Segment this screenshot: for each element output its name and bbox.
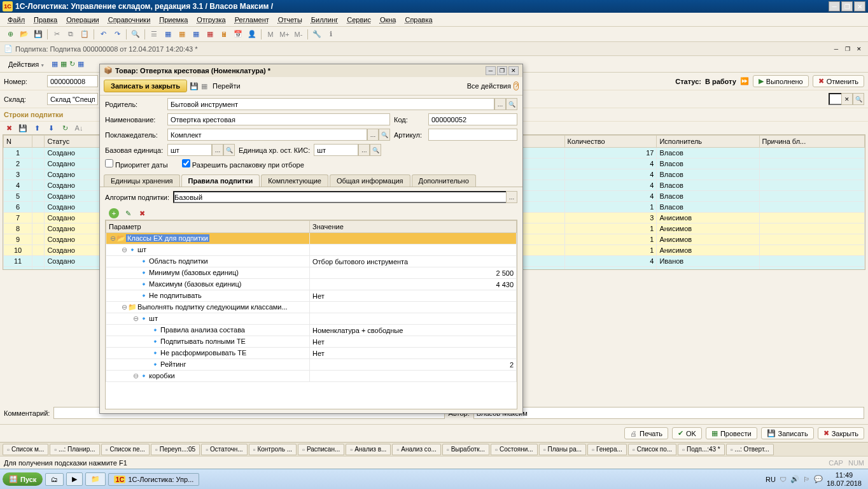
save-icon[interactable]: 💾 [32,28,45,41]
priority-checkbox[interactable]: Приоритет даты [105,159,168,169]
doc3-icon[interactable]: ▦ [190,28,202,41]
param-row[interactable]: ⊖🔹 шт [106,244,517,256]
sklad-field[interactable] [47,93,98,105]
param-row[interactable]: ⊖🔹 шт [106,313,517,325]
param-edit-icon[interactable]: ✎ [123,208,133,218]
tray-icon-4[interactable]: 💬 [814,475,823,483]
param-row[interactable]: 🔹 Максимум (базовых единиц)4 430 [106,279,517,290]
ok-button[interactable]: ✔OK [672,427,702,439]
window-tab[interactable]: ▫...: Планир... [50,444,99,455]
param-row[interactable]: 🔹 Минимум (базовых единиц)2 500 [106,267,517,279]
action-icon-1[interactable]: ▦ [52,60,58,68]
undo-icon[interactable]: ↶ [97,28,109,41]
param-add-icon[interactable]: + [109,208,119,218]
window-tab[interactable]: ▫Переуп...:05 [151,444,200,455]
param-delete-icon[interactable]: ✖ [137,208,147,218]
m-plus-icon[interactable]: M+ [278,28,291,41]
dialog-minimize-button[interactable]: ─ [486,66,496,75]
task-explorer[interactable]: 🗂 [45,473,64,486]
param-header[interactable]: Значение [310,221,517,233]
doc2-icon[interactable]: ▦ [176,28,188,41]
start-button[interactable]: 🪟 Пуск [3,472,43,486]
author-field[interactable] [473,407,864,419]
menu-правка[interactable]: Правка [30,15,61,25]
menu-окна[interactable]: Окна [376,15,400,25]
base-unit-field[interactable] [167,144,212,156]
number-field[interactable] [47,75,98,87]
cut-icon[interactable]: ✂ [50,28,63,41]
table-header[interactable] [32,136,45,148]
menu-справочники[interactable]: Справочники [104,15,155,25]
minimize-button[interactable]: ─ [829,1,840,11]
window-tab[interactable]: ▫Список пе... [101,444,150,455]
window-tab[interactable]: ▫Остаточн... [201,444,247,455]
menu-отгрузка[interactable]: Отгрузка [193,15,229,25]
close-doc-button[interactable]: ✖Закрыть [818,427,864,439]
action-icon-2[interactable]: ▦ [60,60,67,68]
dialog-tab[interactable]: Правила подпитки [181,174,260,187]
param-row[interactable]: 🔹 Правила анализа составаНоменклатура + … [106,325,517,336]
lang-indicator[interactable]: RU [766,476,776,483]
goto-dropdown[interactable]: Перейти [213,82,241,90]
cancel-button[interactable]: ✖Отменить [813,75,864,87]
kis-pick-button[interactable]: … [358,144,370,156]
dialog-save-icon[interactable]: 💾 [190,82,199,90]
window-tab[interactable]: ▫Анализ в... [346,444,391,455]
m-icon[interactable]: M [264,28,277,41]
param-row[interactable]: 🔹 Не подпитыватьНет [106,290,517,302]
allow-unpack-checkbox[interactable]: Разрешить распаковку при отборе [182,159,304,169]
param-row[interactable]: ⊖🔹 коробки [106,371,517,382]
maximize-button[interactable]: ❐ [841,1,853,11]
name-field[interactable] [167,113,390,125]
param-row[interactable]: ⊖📁 Выполнять подпитку следующими классам… [106,302,517,313]
window-tab[interactable]: ▫Список по... [628,444,676,455]
dialog-tab[interactable]: Комплектующие [261,174,328,187]
base-unit-pick-button[interactable]: … [212,144,223,156]
doc-close-button[interactable]: ✕ [854,45,864,53]
menu-справка[interactable]: Справка [401,15,436,25]
article-field[interactable] [428,129,517,141]
algo-field[interactable] [173,191,506,203]
doc-minimize-button[interactable]: ─ [831,45,841,53]
window-tab[interactable]: ▫...: Отверт... [726,444,774,455]
redo-icon[interactable]: ↷ [111,28,123,41]
save-button[interactable]: 💾Записать [761,427,814,439]
tray-clock[interactable]: 11:49 18.07.2018 [827,471,862,486]
action-refresh-icon[interactable]: ↻ [69,60,75,68]
calendar-icon[interactable]: 📅 [232,28,244,41]
holder-pick-button[interactable]: … [367,129,379,141]
param-row[interactable]: 🔹 Подпитывать полными ТЕНет [106,336,517,348]
param-header[interactable]: Параметр [106,221,310,233]
calc-icon[interactable]: 🖩 [218,28,230,41]
table-header[interactable]: Количество [564,136,657,148]
window-tab[interactable]: ▫Подп...:43 * [678,444,725,455]
menu-регламент[interactable]: Регламент [231,15,273,25]
open-folder-icon[interactable]: 📂 [18,28,31,41]
task-powershell[interactable]: ▶ [66,472,83,486]
base-unit-search-button[interactable]: 🔍 [223,144,235,156]
table-header[interactable]: N [4,136,32,148]
menu-отчеты[interactable]: Отчеты [274,15,306,25]
window-tab[interactable]: ▫Генера... [587,444,627,455]
new-icon[interactable]: ⊕ [4,28,17,41]
window-tab[interactable]: ▫Анализ со... [392,444,440,455]
param-table[interactable]: ПараметрЗначение⊖📂 Классы ЕХ для подпитк… [105,220,517,409]
menu-биллинг[interactable]: Биллинг [307,15,342,25]
holder-search-button[interactable]: 🔍 [379,129,390,141]
wrench-icon[interactable]: 🔧 [311,28,323,41]
menu-файл[interactable]: Файл [4,15,29,25]
menu-операции[interactable]: Операции [62,15,102,25]
filter-clear-button[interactable]: ✕ [841,93,853,105]
task-folder[interactable]: 📁 [85,472,106,486]
task-1c[interactable]: 1C 1С-Логистика: Упр... [108,473,199,486]
param-row[interactable]: 🔹 Не расформировывать ТЕНет [106,348,517,359]
window-tab[interactable]: ▫Расписан... [298,444,344,455]
doc-maximize-button[interactable]: ❐ [843,45,853,53]
kis-field[interactable] [314,144,358,156]
save-line-icon[interactable]: 💾 [18,123,28,133]
status-arrow-icon[interactable]: ⏩ [740,77,749,85]
copy-icon[interactable]: ⧉ [64,28,77,41]
actions-dropdown[interactable]: Действия [4,59,49,70]
save-close-button[interactable]: Записать и закрыть [104,80,187,92]
tray-icon-3[interactable]: 🏳 [803,476,810,483]
